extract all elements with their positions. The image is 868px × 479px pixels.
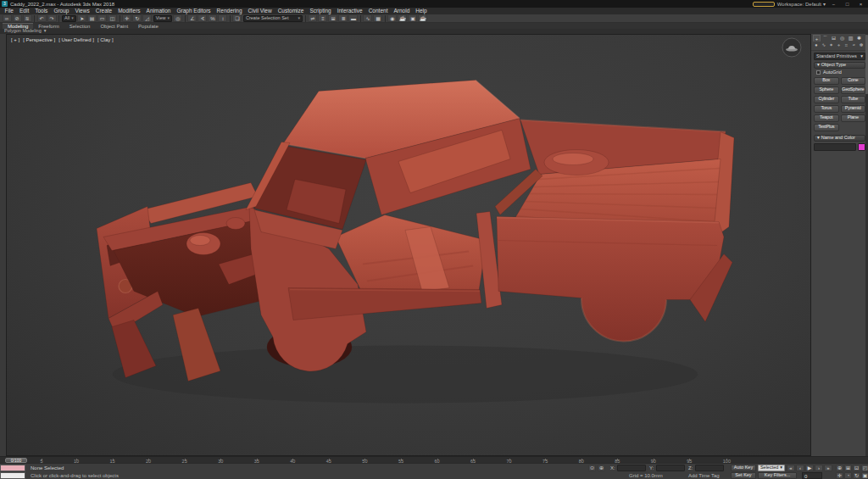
cone-button[interactable]: Cone: [841, 77, 866, 85]
cameras-icon[interactable]: ⌖: [836, 42, 843, 49]
material-editor-icon[interactable]: ◉: [387, 14, 397, 22]
utilities-tab-icon[interactable]: ✱: [855, 35, 863, 42]
select-object-icon[interactable]: ➤: [77, 14, 86, 22]
zoom-all-icon[interactable]: ⊞: [844, 465, 852, 471]
object-color-swatch[interactable]: [858, 143, 865, 151]
shapes-icon[interactable]: ∿: [821, 42, 827, 49]
menu-item-civil-view[interactable]: Civil View: [245, 8, 275, 14]
viewport-shading-label[interactable]: [ Clay ]: [97, 37, 114, 42]
edit-named-selection-sets-icon[interactable]: ❏: [232, 14, 242, 22]
textplus-button[interactable]: TextPlus: [814, 124, 839, 131]
pan-icon[interactable]: ✛: [836, 472, 843, 479]
motion-tab-icon[interactable]: ◎: [838, 35, 846, 42]
systems-icon[interactable]: ✻: [858, 42, 865, 49]
angle-snap-icon[interactable]: ∢: [198, 14, 207, 22]
menu-item-tools[interactable]: Tools: [32, 8, 51, 14]
torus-button[interactable]: Torus: [814, 105, 839, 113]
menu-item-file[interactable]: File: [2, 8, 16, 14]
truck-model[interactable]: [97, 81, 734, 404]
modify-tab-icon[interactable]: ⌒: [821, 35, 829, 42]
reference-coordinate-dropdown[interactable]: View ▾: [153, 15, 172, 22]
display-tab-icon[interactable]: ▥: [847, 35, 854, 42]
orbit-icon[interactable]: ↻: [853, 472, 860, 479]
menu-item-animation[interactable]: Animation: [143, 8, 174, 14]
render-production-icon[interactable]: ☕: [418, 14, 427, 22]
absolute-offset-toggle-icon[interactable]: ⊕: [598, 465, 605, 471]
percent-snap-icon[interactable]: %: [208, 14, 217, 22]
name-and-color-rollout[interactable]: ▾ Name and Color: [814, 135, 865, 142]
set-key-button[interactable]: Set Key: [731, 472, 756, 479]
select-and-scale-icon[interactable]: ◿: [142, 14, 152, 22]
zoom-icon[interactable]: ⊕: [836, 465, 843, 471]
mirror-icon[interactable]: ⇌: [308, 14, 317, 22]
ribbon-tab-selection[interactable]: Selection: [64, 23, 96, 29]
menu-item-scripting[interactable]: Scripting: [307, 8, 334, 14]
zoom-region-icon[interactable]: ◰: [861, 465, 868, 471]
sphere-button[interactable]: Sphere: [814, 86, 839, 94]
lights-icon[interactable]: ✶: [828, 42, 835, 49]
cylinder-button[interactable]: Cylinder: [814, 96, 839, 103]
align-icon[interactable]: ≡: [318, 14, 327, 22]
selection-filter-dropdown[interactable]: All ▾: [62, 15, 76, 22]
play-icon[interactable]: ▶: [805, 465, 814, 471]
key-filters-button[interactable]: Key Filters...: [758, 472, 797, 479]
create-tab-icon[interactable]: +: [813, 35, 821, 42]
menu-item-group[interactable]: Group: [51, 8, 72, 14]
key-filter-dropdown[interactable]: Selected ▾: [758, 465, 785, 471]
select-and-link-icon[interactable]: ∞: [3, 14, 12, 22]
viewport-pov-label[interactable]: [ User Defined ]: [58, 37, 94, 42]
use-pivot-point-icon[interactable]: ◎: [173, 14, 182, 22]
toggle-layer-explorer-icon[interactable]: ≣: [338, 14, 348, 22]
maxscript-mini-listener-macro[interactable]: [0, 465, 25, 471]
menu-item-content[interactable]: Content: [365, 8, 391, 14]
perspective-viewport[interactable]: [ + ] [ Perspective ] [ User Defined ] […: [6, 34, 811, 456]
toggle-scene-explorer-icon[interactable]: ⊞: [328, 14, 337, 22]
menu-item-customize[interactable]: Customize: [275, 8, 307, 14]
selection-lock-icon[interactable]: ⊙: [588, 465, 596, 471]
window-crossing-icon[interactable]: ◫: [108, 14, 117, 22]
track-bar[interactable]: 0 5 10 15 20 25 30 35 40 45 50 55 60 65 …: [0, 456, 868, 463]
ribbon-tab-populate[interactable]: Populate: [133, 23, 164, 29]
helpers-icon[interactable]: ⌗: [843, 42, 849, 49]
space-warps-icon[interactable]: ≈: [850, 42, 857, 49]
workspace-selector[interactable]: Workspace: Default ▾: [777, 2, 826, 7]
viewport-menu-button[interactable]: [ + ]: [11, 37, 19, 42]
menu-item-create[interactable]: Create: [92, 8, 115, 14]
spinner-snap-icon[interactable]: ↕: [218, 14, 227, 22]
next-frame-icon[interactable]: ›: [815, 465, 823, 471]
box-button[interactable]: Box: [814, 77, 839, 85]
x-coord-field[interactable]: [617, 465, 646, 471]
select-by-name-icon[interactable]: ▤: [87, 14, 97, 22]
menu-item-graph-editors[interactable]: Graph Editors: [174, 8, 214, 14]
undo-icon[interactable]: ↶: [37, 14, 47, 22]
select-and-rotate-icon[interactable]: ↻: [132, 14, 142, 22]
maxscript-mini-listener-script[interactable]: [0, 472, 25, 479]
menu-item-views[interactable]: Views: [72, 8, 92, 14]
object-name-field[interactable]: [814, 143, 856, 151]
go-to-end-icon[interactable]: »: [824, 465, 832, 471]
menu-item-help[interactable]: Help: [413, 8, 430, 14]
bind-to-space-warp-icon[interactable]: ≋: [23, 14, 32, 22]
dope-sheet-icon[interactable]: ▦: [373, 14, 382, 22]
geosphere-button[interactable]: GeoSphere: [841, 86, 866, 94]
menu-item-rendering[interactable]: Rendering: [214, 8, 245, 14]
menu-item-modifiers[interactable]: Modifiers: [115, 8, 143, 14]
minimize-button[interactable]: −: [828, 1, 839, 8]
zoom-extents-icon[interactable]: ⊡: [853, 465, 860, 471]
unlink-selection-icon[interactable]: ⊘: [13, 14, 22, 22]
z-coord-field[interactable]: [695, 465, 724, 471]
curve-editor-icon[interactable]: ∿: [363, 14, 372, 22]
add-time-tag[interactable]: Add Time Tag: [688, 473, 720, 478]
autogrid-checkbox[interactable]: [816, 70, 821, 75]
geometry-icon[interactable]: ●: [813, 42, 820, 49]
auto-key-button[interactable]: Auto Key: [731, 465, 756, 471]
snap-toggle-icon[interactable]: ∠: [187, 14, 197, 22]
go-to-start-icon[interactable]: «: [787, 465, 795, 471]
quick-access-box[interactable]: [753, 2, 775, 7]
toggle-ribbon-icon[interactable]: ▬: [348, 14, 358, 22]
render-setup-icon[interactable]: ☕: [398, 14, 407, 22]
viewcube[interactable]: [781, 36, 803, 58]
maximize-button[interactable]: □: [842, 1, 853, 8]
current-frame-field[interactable]: 0: [802, 472, 822, 479]
menu-item-interactive[interactable]: Interactive: [334, 8, 365, 14]
